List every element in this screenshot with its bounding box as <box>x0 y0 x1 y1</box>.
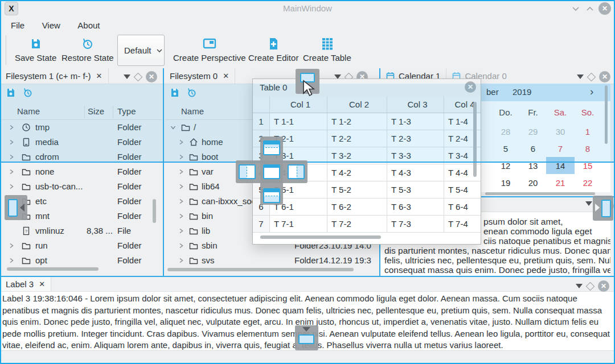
table-cell[interactable]: T 1-3 <box>387 113 444 130</box>
menu-about[interactable]: About <box>70 17 107 34</box>
fs1-restore-icon[interactable] <box>23 88 33 98</box>
calendar-day[interactable]: 19 <box>491 174 520 191</box>
dock-menu-icon[interactable] <box>585 201 592 206</box>
tree-row[interactable]: runFolder <box>1 238 162 253</box>
table-cell[interactable]: T 6-4 <box>444 198 481 216</box>
calendar-day[interactable]: 7 <box>546 140 575 157</box>
calendar-day[interactable]: 28 <box>491 123 520 140</box>
dock-menu-icon[interactable] <box>124 75 130 79</box>
dock-close-icon[interactable]: ✕ <box>146 71 157 82</box>
calendar-day[interactable]: 22 <box>573 174 602 191</box>
tree-row[interactable]: mediaFolder <box>1 135 162 150</box>
table-cell[interactable]: T 4-2 <box>327 164 387 181</box>
fs0-horizontal-scrollbar[interactable] <box>167 268 354 271</box>
tab-close-icon[interactable]: ✕ <box>39 280 45 288</box>
tree-row[interactable]: ?vmlinuz8,38 ...File <box>1 224 162 238</box>
table-cell[interactable]: T 1-1 <box>269 113 327 130</box>
create-editor-button[interactable]: Create Editor <box>244 38 303 63</box>
tree-row[interactable]: tmpFolder <box>1 120 162 135</box>
tree-row[interactable]: usb-to-can...Folder <box>1 179 162 194</box>
calendar-day[interactable]: 12 <box>491 157 520 174</box>
dock-float-icon[interactable] <box>134 72 143 81</box>
drop-left-icon[interactable] <box>239 164 256 179</box>
calendar-day[interactable]: 15 <box>573 157 602 174</box>
perspective-select[interactable]: Default <box>117 35 165 66</box>
table0-vertical-scrollbar[interactable] <box>473 102 477 177</box>
calendar-day[interactable]: 21 <box>546 174 575 191</box>
fs1-save-icon[interactable] <box>6 88 16 98</box>
table-cell[interactable]: T 6-3 <box>387 198 444 216</box>
calendar-vertical-scrollbar[interactable] <box>605 85 608 144</box>
table-cell[interactable]: T 5-3 <box>387 181 444 198</box>
table-cell[interactable]: T 7-1 <box>269 216 327 233</box>
table-cell[interactable]: T 2-3 <box>387 130 444 147</box>
table-column-header[interactable]: Col 3 <box>387 96 444 113</box>
dock-close-icon[interactable]: ✕ <box>598 280 609 292</box>
tab-close-icon[interactable]: ✕ <box>223 72 229 80</box>
drop-edge-bottom-icon[interactable] <box>298 334 314 344</box>
tab-filesystem1[interactable]: Filesystem 1 (c+ m- f-) ✕ <box>0 68 109 84</box>
calendar-day[interactable]: 8 <box>573 140 602 157</box>
table-cell[interactable]: T 4-3 <box>387 164 444 181</box>
dock-float-icon[interactable] <box>586 282 595 291</box>
table0-horizontal-scrollbar[interactable] <box>260 235 381 239</box>
maximize-icon[interactable] <box>585 5 594 13</box>
save-state-button[interactable]: Save State <box>10 38 61 63</box>
fs1-horizontal-scrollbar[interactable] <box>7 267 99 271</box>
drop-edge-right-icon[interactable] <box>601 200 611 217</box>
drop-right-icon[interactable] <box>288 164 305 179</box>
drop-edge-left-icon[interactable] <box>8 199 18 217</box>
table-row-header[interactable]: 1 <box>253 113 269 130</box>
table-column-header[interactable]: Col 1 <box>269 96 327 113</box>
drop-top-icon[interactable] <box>263 140 280 155</box>
table-cell[interactable]: T 6-2 <box>327 198 387 216</box>
table-cell[interactable]: T 3-2 <box>327 147 387 164</box>
table-cell[interactable]: T 7-2 <box>327 216 387 233</box>
tree-row[interactable]: svsFolder14.12.19 19:3 <box>165 253 378 266</box>
table-cell[interactable]: T 3-3 <box>387 147 444 164</box>
drop-bottom-icon[interactable] <box>263 188 280 203</box>
calendar-horizontal-scrollbar[interactable] <box>485 192 595 195</box>
table-cell[interactable]: T 7-3 <box>387 216 444 233</box>
menu-view[interactable]: View <box>35 17 68 34</box>
table-row-header[interactable]: 7 <box>253 216 269 233</box>
window-close-icon[interactable]: ✕ <box>598 2 611 15</box>
table-column-header[interactable]: Col 2 <box>327 96 387 113</box>
tree-row[interactable]: noneFolder <box>1 164 162 179</box>
fs1-tree-header[interactable]: Name Size Type <box>1 105 162 120</box>
tab-label3[interactable]: Label 3 ✕ <box>0 277 51 291</box>
tree-row[interactable]: optFolder <box>1 253 162 266</box>
calendar-day[interactable]: 30 <box>546 123 575 140</box>
dock-float-icon[interactable] <box>587 72 596 81</box>
toolbar-handle[interactable] <box>6 35 6 65</box>
create-table-button[interactable]: Create Table <box>298 38 356 63</box>
create-perspective-button[interactable]: Create Perspective <box>169 38 251 63</box>
table0-titlebar[interactable]: Table 0 ✕ <box>253 79 481 97</box>
fs0-restore-icon[interactable] <box>187 88 197 98</box>
tab-close-icon[interactable]: ✕ <box>96 72 102 80</box>
calendar-next-month-icon[interactable]: › <box>590 85 593 98</box>
fs1-vertical-scrollbar[interactable] <box>153 199 156 223</box>
calendar-day[interactable]: 29 <box>519 123 547 140</box>
fs0-save-icon[interactable] <box>170 88 180 98</box>
minimize-icon[interactable] <box>571 5 580 13</box>
table-cell[interactable]: T 5-2 <box>327 181 387 198</box>
drop-center-icon[interactable] <box>263 164 280 179</box>
restore-state-button[interactable]: Restore State <box>57 38 118 63</box>
tree-row[interactable]: cdromFolder <box>1 150 162 164</box>
menu-file[interactable]: File <box>3 17 32 34</box>
table-cell[interactable]: T 1-2 <box>327 113 387 130</box>
table-cell[interactable]: T 7-4 <box>444 216 481 233</box>
dock-menu-icon[interactable] <box>577 75 584 79</box>
dock-close-icon[interactable]: ✕ <box>599 71 610 82</box>
calendar-day[interactable]: 1 <box>573 123 602 140</box>
calendar-day[interactable]: 14 <box>546 157 575 174</box>
tab-filesystem0[interactable]: Filesystem 0 ✕ <box>164 68 235 84</box>
table-cell[interactable]: T 2-2 <box>327 130 387 147</box>
calendar-day[interactable]: 20 <box>519 174 547 191</box>
table-cell[interactable]: T 5-4 <box>444 181 481 198</box>
table0-close-icon[interactable]: ✕ <box>465 81 476 93</box>
dock-menu-icon[interactable] <box>576 284 583 288</box>
calendar-day[interactable]: 5 <box>491 140 520 157</box>
calendar-day[interactable]: 6 <box>519 140 547 157</box>
